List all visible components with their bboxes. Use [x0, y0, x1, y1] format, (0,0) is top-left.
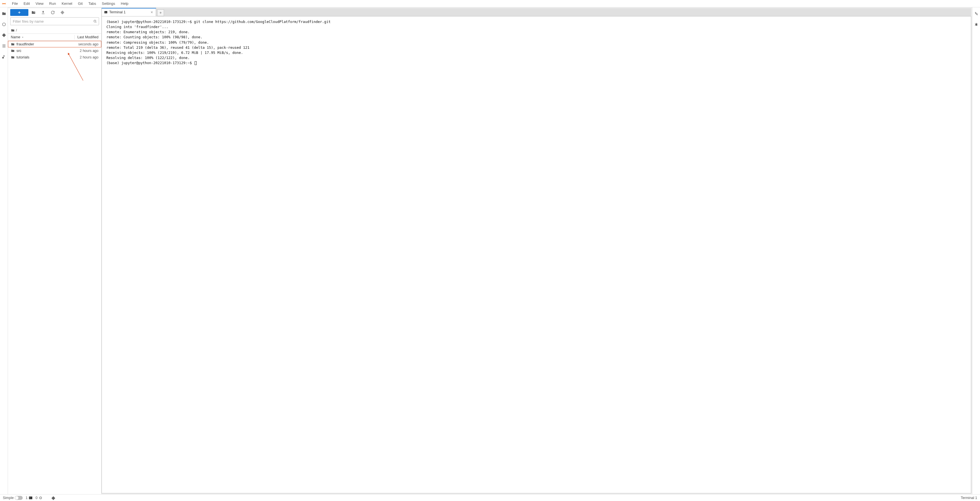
col-name-label[interactable]: Name [11, 35, 20, 39]
close-icon[interactable] [150, 11, 153, 14]
terminal-output[interactable]: (base) jupyter@python-20221010-173129:~$… [102, 16, 971, 493]
upload-button[interactable] [38, 9, 48, 16]
file-browser-panel: / Name Last Modified fraudfinder seconds… [8, 8, 102, 494]
menu-kernel[interactable]: Kernel [59, 0, 75, 7]
file-modified: 2 hours ago [80, 49, 99, 53]
refresh-button[interactable] [48, 9, 57, 16]
jupyter-logo-icon [1, 1, 7, 6]
svg-point-2 [94, 20, 96, 22]
terminal-icon [104, 11, 108, 14]
git-status-icon[interactable] [51, 496, 55, 500]
menu-settings[interactable]: Settings [99, 0, 118, 7]
folder-icon [11, 42, 15, 46]
running-kernels-icon[interactable] [2, 22, 6, 27]
menu-view[interactable]: View [33, 0, 46, 7]
tab-terminal-1[interactable]: Terminal 1 [102, 8, 156, 16]
tab-bar: Terminal 1 [102, 8, 971, 16]
kernels-count: 0 [35, 496, 37, 500]
svg-point-6 [976, 14, 977, 15]
toc-icon[interactable] [2, 44, 6, 48]
filter-input[interactable] [13, 19, 91, 24]
file-modified: seconds ago [78, 42, 99, 46]
debugger-icon[interactable] [974, 22, 978, 27]
menu-tabs[interactable]: Tabs [85, 0, 99, 7]
file-toolbar [8, 8, 101, 17]
menu-edit[interactable]: Edit [21, 0, 33, 7]
main-content-area: Terminal 1 (base) jupyter@python-2022101… [102, 8, 971, 493]
folder-icon [11, 49, 15, 53]
file-list: fraudfinder seconds ago src 2 hours ago … [8, 41, 101, 494]
tab-label: Terminal 1 [109, 10, 126, 14]
menu-file[interactable]: File [9, 0, 21, 7]
svg-rect-8 [29, 496, 32, 499]
breadcrumb[interactable]: / [8, 27, 101, 33]
file-modified: 2 hours ago [80, 55, 99, 59]
toggle-switch[interactable] [15, 496, 23, 500]
simple-label: Simple [3, 496, 14, 500]
terminals-count: 1 [25, 496, 27, 500]
file-browser-icon[interactable] [2, 11, 6, 16]
breadcrumb-path: / [16, 28, 17, 32]
status-right-label[interactable]: Terminal 1 [961, 496, 977, 500]
sort-asc-icon [21, 36, 24, 38]
kernel-icon [38, 496, 43, 500]
search-icon [93, 19, 97, 23]
git-clone-button[interactable] [58, 9, 67, 16]
right-sidebar [972, 7, 980, 494]
list-item[interactable]: tutorials 2 hours ago [8, 54, 101, 60]
file-name: fraudfinder [16, 42, 78, 46]
file-list-header: Name Last Modified [8, 33, 101, 41]
new-folder-button[interactable] [29, 9, 38, 16]
extensions-icon[interactable] [2, 54, 6, 59]
menu-bar: File Edit View Run Kernel Git Tabs Setti… [0, 0, 980, 7]
simple-mode-toggle[interactable]: Simple [3, 496, 23, 500]
folder-icon [11, 55, 15, 59]
list-item[interactable]: src 2 hours ago [8, 48, 101, 54]
svg-point-1 [2, 23, 5, 26]
col-modified-label[interactable]: Last Modified [78, 35, 99, 39]
status-bar: Simple 1 0 Terminal 1 [0, 494, 980, 501]
list-item[interactable]: fraudfinder seconds ago [8, 41, 101, 48]
property-inspector-icon[interactable] [974, 11, 978, 16]
svg-rect-9 [40, 497, 41, 499]
git-icon[interactable] [2, 33, 6, 37]
menu-help[interactable]: Help [118, 0, 131, 7]
svg-point-7 [975, 24, 977, 26]
menu-git[interactable]: Git [75, 0, 86, 7]
activity-bar [0, 7, 8, 494]
file-name: tutorials [16, 55, 80, 59]
kernels-status[interactable]: 0 [35, 496, 43, 500]
terminal-icon [29, 496, 33, 500]
svg-point-5 [975, 13, 976, 14]
folder-icon [11, 29, 15, 32]
file-name: src [16, 49, 80, 53]
add-tab-button[interactable] [157, 10, 164, 16]
menu-run[interactable]: Run [46, 0, 59, 7]
svg-rect-4 [104, 11, 107, 13]
new-launcher-button[interactable] [10, 9, 29, 16]
filter-input-wrap [10, 17, 99, 25]
terminals-status[interactable]: 1 [25, 496, 33, 500]
